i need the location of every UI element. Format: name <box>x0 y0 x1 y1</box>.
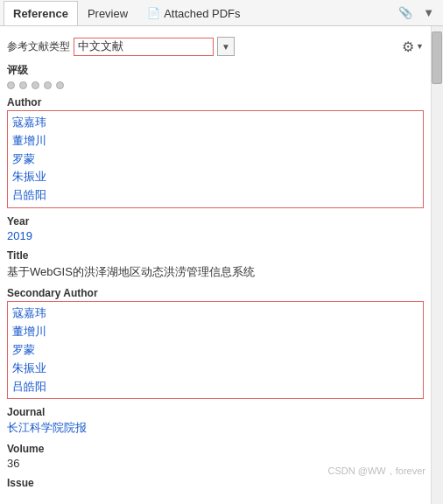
title-label: Title <box>7 249 424 262</box>
scrollbar-track[interactable] <box>431 26 443 504</box>
sec-author-2[interactable]: 董增川 <box>12 323 418 341</box>
sec-author-4[interactable]: 朱振业 <box>12 360 418 378</box>
pdf-icon: 📄 <box>147 7 160 19</box>
content-area: 参考文献类型 ▼ ⚙ ▼ 评级 Author 寇嘉玮 董增川 罗蒙 朱 <box>0 26 443 504</box>
journal-label: Journal <box>7 406 424 418</box>
author-box[interactable]: 寇嘉玮 董增川 罗蒙 朱振业 吕皓阳 <box>7 110 424 208</box>
sec-author-3[interactable]: 罗蒙 <box>12 341 418 360</box>
ref-type-input[interactable] <box>74 38 214 56</box>
rating-dot-5[interactable] <box>56 81 64 89</box>
issue-label: Issue <box>7 477 424 489</box>
ref-type-label: 参考文献类型 <box>7 39 70 54</box>
tab-dropdown-icon[interactable]: ▼ <box>418 6 439 19</box>
tab-preview[interactable]: Preview <box>78 1 137 25</box>
author-4[interactable]: 朱振业 <box>12 168 418 186</box>
ref-type-dropdown-button[interactable]: ▼ <box>217 37 235 56</box>
sec-author-5[interactable]: 吕皓阳 <box>12 378 418 396</box>
author-5[interactable]: 吕皓阳 <box>12 186 418 205</box>
gear-dropdown-icon: ▼ <box>416 42 424 51</box>
author-2[interactable]: 董增川 <box>12 132 418 150</box>
rating-row <box>7 81 424 89</box>
gear-button[interactable]: ⚙ ▼ <box>402 38 424 55</box>
author-1[interactable]: 寇嘉玮 <box>12 114 418 132</box>
journal-value[interactable]: 长江科学院院报 <box>7 420 424 436</box>
rating-dot-3[interactable] <box>32 81 39 89</box>
tab-attached-pdfs[interactable]: 📄 Attached PDFs <box>137 1 250 25</box>
secondary-author-label: Secondary Author <box>7 287 424 299</box>
rating-dot-1[interactable] <box>7 81 15 89</box>
ref-type-row: 参考文献类型 ▼ ⚙ ▼ <box>7 37 424 56</box>
year-value[interactable]: 2019 <box>7 229 424 242</box>
paperclip-icon[interactable]: 📎 <box>393 6 418 19</box>
author-label: Author <box>7 96 424 108</box>
secondary-author-box[interactable]: 寇嘉玮 董增川 罗蒙 朱振业 吕皓阳 <box>7 301 424 399</box>
sec-author-1[interactable]: 寇嘉玮 <box>12 304 418 323</box>
volume-label: Volume <box>7 443 424 455</box>
form-area: 参考文献类型 ▼ ⚙ ▼ 评级 Author 寇嘉玮 董增川 罗蒙 朱 <box>0 26 431 504</box>
volume-value: 36 <box>7 457 424 470</box>
scrollbar-thumb[interactable] <box>432 32 442 84</box>
issue-value <box>7 491 424 504</box>
tab-bar: Reference Preview 📄 Attached PDFs 📎 ▼ <box>0 0 443 26</box>
dropdown-icon: ▼ <box>222 42 230 52</box>
tab-reference[interactable]: Reference <box>4 1 78 25</box>
rating-label: 评级 <box>7 63 424 78</box>
title-value: 基于WebGIS的洪泽湖地区动态洪涝管理信息系统 <box>7 263 424 281</box>
rating-dot-2[interactable] <box>19 81 27 89</box>
rating-dot-4[interactable] <box>44 81 52 89</box>
gear-icon: ⚙ <box>402 38 414 55</box>
year-label: Year <box>7 215 424 228</box>
author-3[interactable]: 罗蒙 <box>12 150 418 169</box>
